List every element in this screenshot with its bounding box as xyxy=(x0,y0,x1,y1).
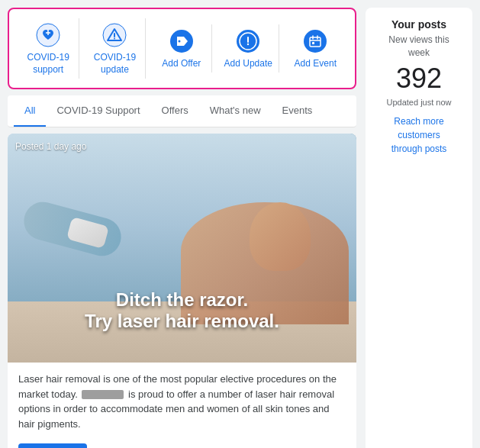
tabs-bar: All COVID-19 Support Offers What's new E… xyxy=(8,95,356,127)
new-views-label: New views this week xyxy=(388,34,449,60)
svg-rect-17 xyxy=(312,42,314,44)
add-update-button[interactable]: Add Update xyxy=(218,24,279,73)
tab-whats-new[interactable]: What's new xyxy=(199,95,272,127)
post-image: Posted 1 day ago Ditch the razor. Try la… xyxy=(8,134,356,363)
post-timestamp: Posted 1 day ago xyxy=(15,141,86,152)
add-offer-button[interactable]: Add Offer xyxy=(151,24,212,73)
calendar-icon xyxy=(301,27,329,55)
tag-icon xyxy=(168,27,195,55)
svg-point-11 xyxy=(247,44,249,45)
svg-point-12 xyxy=(304,30,327,53)
action-toolbar: COVID-19support COVID-19update xyxy=(8,8,356,89)
svg-point-7 xyxy=(178,40,180,42)
page-container: COVID-19support COVID-19update xyxy=(8,8,472,448)
svg-point-5 xyxy=(114,38,115,40)
exclamation-icon xyxy=(234,27,262,55)
covid-support-label: COVID-19support xyxy=(27,52,69,76)
redacted-business-name xyxy=(82,390,124,399)
tab-offers[interactable]: Offers xyxy=(151,95,199,127)
add-event-button[interactable]: Add Event xyxy=(285,24,346,73)
add-update-label: Add Update xyxy=(224,58,272,70)
updated-label: Updated just now xyxy=(387,98,452,107)
alert-triangle-icon xyxy=(101,21,128,49)
covid-update-label: COVID-19update xyxy=(94,52,136,76)
right-panel: Your posts New views this week 392 Updat… xyxy=(366,8,472,448)
post-card: Posted 1 day ago Ditch the razor. Try la… xyxy=(8,134,356,448)
covid-update-button[interactable]: COVID-19update xyxy=(85,18,146,79)
post-line1: Ditch the razor. xyxy=(8,289,356,311)
post-description: Laser hair removal is one of the most po… xyxy=(8,363,356,440)
tab-events[interactable]: Events xyxy=(272,95,324,127)
call-now-button[interactable]: Call now xyxy=(18,443,87,448)
heart-icon xyxy=(34,21,62,49)
tab-all[interactable]: All xyxy=(14,95,46,127)
post-overlay-text: Ditch the razor. Try laser hair removal. xyxy=(8,289,356,332)
tab-covid-support[interactable]: COVID-19 Support xyxy=(46,95,150,127)
post-line2: Try laser hair removal. xyxy=(8,311,356,332)
left-panel: COVID-19support COVID-19update xyxy=(8,8,356,448)
views-count: 392 xyxy=(396,63,442,95)
reach-more-link[interactable]: Reach more customers through posts xyxy=(391,114,447,156)
your-posts-title: Your posts xyxy=(391,18,446,31)
add-event-label: Add Event xyxy=(295,58,337,70)
covid-support-button[interactable]: COVID-19support xyxy=(18,18,79,79)
add-offer-label: Add Offer xyxy=(162,58,201,70)
